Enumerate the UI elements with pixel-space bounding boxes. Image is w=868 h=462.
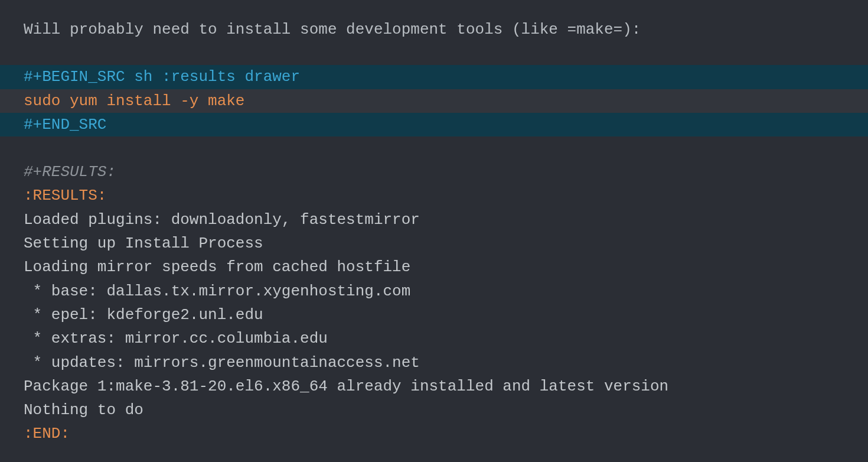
output-line: Loading mirror speeds from cached hostfi… xyxy=(0,255,868,279)
output-line: * base: dallas.tx.mirror.xygenhosting.co… xyxy=(0,279,868,303)
intro-text: Will probably need to install some devel… xyxy=(0,18,868,41)
output-line: * updates: mirrors.greenmountainaccess.n… xyxy=(0,351,868,375)
org-mode-buffer: Will probably need to install some devel… xyxy=(0,0,868,462)
drawer-close-marker: :END: xyxy=(0,422,868,445)
output-line: Package 1:make-3.81-20.el6.x86_64 alread… xyxy=(0,375,868,398)
src-block-end: #+END_SRC xyxy=(0,113,868,136)
output-line: Setting up Install Process xyxy=(0,232,868,255)
results-header: #+RESULTS: xyxy=(0,160,868,184)
src-block-code: sudo yum install -y make xyxy=(0,89,868,113)
output-line: Nothing to do xyxy=(0,398,868,422)
output-line: * extras: mirror.cc.columbia.edu xyxy=(0,327,868,350)
output-line: Loaded plugins: downloadonly, fastestmir… xyxy=(0,208,868,232)
src-block-begin: #+BEGIN_SRC sh :results drawer xyxy=(0,65,868,89)
output-line: * epel: kdeforge2.unl.edu xyxy=(0,303,868,327)
spacer xyxy=(0,136,868,160)
drawer-open-marker: :RESULTS: xyxy=(0,184,868,207)
